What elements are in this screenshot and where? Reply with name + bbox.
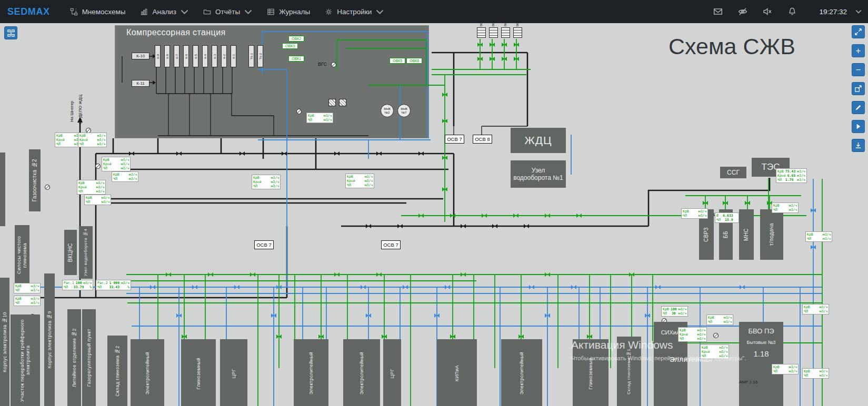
vo-unit	[513, 27, 522, 38]
ovk-tag: ОВК1	[288, 56, 304, 62]
osv-box[interactable]: ОСВ 8	[473, 135, 492, 144]
zoom-in-button[interactable]: +	[852, 44, 865, 57]
nav-reports[interactable]: Отчёты	[196, 0, 260, 23]
compressor-unit: К-10	[132, 53, 149, 59]
play-button[interactable]	[852, 120, 865, 133]
block-label: ЦРГ	[390, 369, 395, 379]
meter-box: КрВм3/чЧЛм3/ч	[14, 296, 41, 306]
block-korpus-10[interactable]: Корпус электролиза №10	[0, 278, 9, 406]
eye-off-button[interactable]	[730, 7, 755, 16]
block-label: Электролитейный	[308, 352, 314, 394]
block-gazoregulyatorny[interactable]: Газорегуляторный пункт	[82, 309, 96, 406]
bvo-pe-value: 1.18	[753, 349, 769, 359]
nav-mnemoschemes[interactable]: Мнемосхемы	[63, 0, 133, 23]
scheme-tree-button[interactable]	[4, 26, 17, 39]
meter-box: КрВм3/чКрнйм3/чЧЛм3/ч	[77, 180, 106, 195]
expand-button[interactable]	[852, 25, 865, 38]
meter-box: КрВм3/чКрнйм3/чЧЛм3/ч	[700, 344, 729, 359]
bell-icon	[787, 7, 797, 16]
meter-box: КрВм3/чЧЛм3/ч	[306, 113, 333, 123]
meter-box: Ø6.633ЧЛ15.9	[715, 212, 739, 223]
main-menu: Мнемосхемы Анализ Отчёты Журналы Настрой…	[63, 0, 392, 23]
scheme-canvas: Компрессорная станция Схема СЖВ ВГС Газо…	[0, 0, 868, 406]
reports-icon	[203, 8, 211, 16]
note-na-shneger: На Шнегер	[69, 87, 74, 122]
ovk-tag: ОВК2	[288, 36, 304, 42]
block-liteynoe-2[interactable]: Литейное отделение №2	[67, 309, 81, 406]
vo-unit	[477, 27, 486, 38]
vo-unit	[501, 27, 510, 38]
block-vkcns[interactable]: ВКЦНС	[64, 230, 77, 275]
clock: 19:27:32	[804, 8, 855, 16]
vo-unit	[489, 27, 498, 38]
ovk-tag: ОВК5	[390, 58, 405, 64]
block-label: ЦРГ	[231, 369, 237, 379]
mail-button[interactable]	[705, 7, 730, 16]
osv-box[interactable]: ОСВ 7	[254, 240, 274, 249]
meter-box: КрВм3/чЧЛм3/ч	[805, 231, 832, 242]
block-uzel-vodooborota-4[interactable]: Узел водооборота №4	[79, 226, 93, 279]
block-gazoochistka-2[interactable]: Газоочистка №2	[29, 149, 41, 211]
compressor-unit: К-8	[164, 45, 170, 67]
journals-icon	[267, 8, 275, 16]
meter-box: Рас.1100м3/чЧЛ33.79%	[62, 280, 93, 290]
block-ssg[interactable]: ССГ	[720, 167, 746, 178]
download-button[interactable]	[852, 139, 865, 152]
filter-icon	[328, 99, 336, 106]
app-logo[interactable]: SEDMAX	[0, 6, 63, 17]
osv-box[interactable]: ОСВ 7	[445, 135, 464, 144]
volume-mute-button[interactable]	[755, 7, 780, 16]
zoom-out-button[interactable]: −	[852, 63, 865, 76]
top-navbar: SEDMAX Мнемосхемы Анализ Отчёты Журналы	[0, 0, 868, 23]
meter-box: КрВм3/чЧЛм3/ч	[772, 364, 799, 374]
meter-box: КрВм3/чЧЛм3/ч	[802, 304, 829, 314]
block-uchastok-pererabotki[interactable]: Участок переработки грейферного электрол…	[11, 314, 40, 406]
block-korpus-9[interactable]: Корпус электролиза №9	[44, 273, 55, 406]
compressor-unit: К-5	[193, 45, 198, 67]
osv-box[interactable]: ОСВ 7	[381, 240, 401, 249]
block-црг[interactable]: ЦРГ	[220, 339, 247, 406]
export-button[interactable]	[852, 82, 865, 95]
block-глиноземный[interactable]: Глиноземный	[181, 339, 216, 406]
block-склад-глинозема-1[interactable]: Склад глинозема №1	[617, 337, 641, 406]
block-zhdc[interactable]: ЖДЦ	[511, 128, 566, 153]
meter-box: КрВм3/чЧЛм3/ч	[802, 368, 829, 379]
status-area: 19:27:32	[705, 7, 868, 16]
block-электролитейный[interactable]: Электролитейный	[131, 339, 164, 406]
user-menu-chevron[interactable]	[855, 9, 862, 14]
block-edge	[0, 153, 5, 226]
block-электролитейный[interactable]: Электролитейный	[294, 339, 328, 406]
block-sklad-glinozema-2[interactable]: Склад глинозема №2	[107, 336, 127, 406]
block-электролитейный[interactable]: Электролитейный	[343, 339, 380, 406]
block-silosy[interactable]: Силосы чистого глинозема	[15, 225, 29, 285]
block-црг[interactable]: ЦРГ	[383, 339, 401, 406]
block-label: Электролитейный	[359, 352, 365, 394]
mail-icon	[713, 7, 723, 16]
block-глиноземный[interactable]: Глиноземный	[573, 339, 608, 406]
block-label: Глиноземный	[588, 358, 594, 390]
block-mns[interactable]: МНС	[739, 209, 754, 260]
nav-analysis[interactable]: Анализ	[133, 0, 196, 23]
compressor-unit: ТК-1	[248, 45, 254, 67]
meter-box: КрВм3/чЧЛм3/ч	[112, 171, 138, 182]
eye-off-icon	[738, 7, 747, 16]
block-tpodacha[interactable]: т/подача	[760, 209, 783, 260]
notifications-button[interactable]	[780, 7, 804, 16]
meter-box: Рас.21 000м3/чЧЛ33.43%	[96, 280, 131, 290]
nav-settings[interactable]: Настройки	[317, 0, 391, 23]
ovk-tag: ОВК3	[282, 43, 298, 49]
note-na-depo-zhdc: На ДЕПО ЖДЦ	[78, 82, 83, 124]
nav-journals[interactable]: Журналы	[260, 0, 317, 23]
block-uzel-vodooborota-1[interactable]: Узел водооборота №1	[511, 160, 566, 188]
meter-box: КрВм3/чКрнйм3/чЧЛм3/ч	[252, 175, 281, 189]
meter-box: КрВм3/чЧЛм3/ч	[84, 195, 111, 205]
block-label: Склад глинозема №1	[626, 349, 632, 394]
meter-box: КрВм3/чЧЛм3/ч	[706, 314, 733, 325]
block-кипиа[interactable]: КИПиА	[437, 339, 477, 406]
block-электролитейный[interactable]: Электролитейный	[501, 339, 542, 406]
volume-mute-icon	[763, 7, 772, 16]
meter-box: КрВм3/чЧЛм3/ч	[14, 283, 41, 293]
edit-button[interactable]	[852, 101, 865, 114]
meter-box: КрВм3/чКрнйм3/чЧЛм3/ч	[102, 157, 131, 171]
meter-box: КрВм3/чЧЛм3/ч	[772, 202, 799, 213]
